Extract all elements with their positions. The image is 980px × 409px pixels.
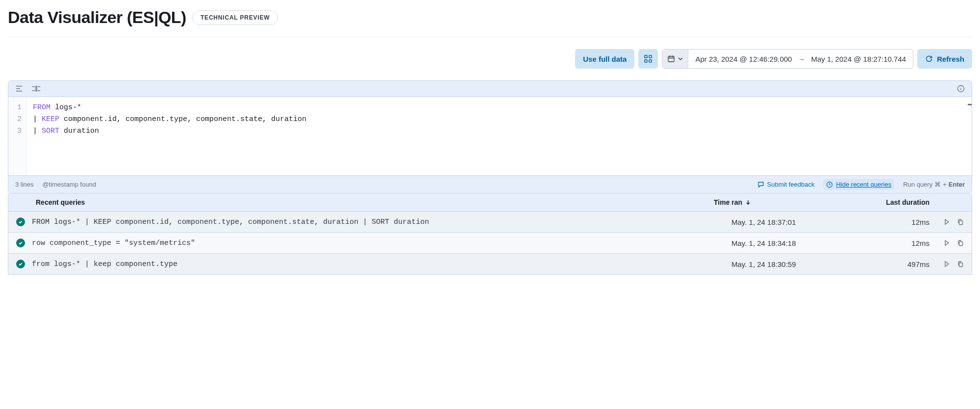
query-text: from logs-* | keep component.type <box>32 260 725 268</box>
recent-queries: Recent queries Time ran Last duration FR… <box>8 193 972 275</box>
word-wrap-icon[interactable] <box>32 85 41 92</box>
hide-recent-queries-link[interactable]: Hide recent queries <box>823 179 894 190</box>
toolbar: Use full data Apr 23, 2024 @ 12:46:29.00… <box>8 49 972 69</box>
svg-rect-8 <box>959 242 963 246</box>
run-icon[interactable] <box>943 261 950 267</box>
line-gutter: 1 2 3 <box>8 97 27 175</box>
info-icon[interactable] <box>957 85 965 93</box>
svg-rect-1 <box>649 55 652 58</box>
sort-down-icon <box>745 199 751 205</box>
copy-icon[interactable] <box>957 261 964 267</box>
clock-icon <box>826 181 833 188</box>
expand-icon[interactable] <box>15 85 23 92</box>
date-range-picker: Apr 23, 2024 @ 12:46:29.000 → May 1, 202… <box>662 49 913 69</box>
col-time-ran[interactable]: Time ran <box>714 198 861 206</box>
query-duration: 12ms <box>885 239 930 247</box>
success-icon <box>16 260 25 268</box>
query-row[interactable]: FROM logs-* | KEEP component.id, compone… <box>8 212 972 233</box>
use-full-data-button[interactable]: Use full data <box>575 49 634 69</box>
timestamp-status: @timestamp found <box>43 181 96 188</box>
chevron-down-icon <box>678 56 683 61</box>
query-text: row component_type = "system/metrics" <box>32 239 725 247</box>
col-last-duration: Last duration <box>861 198 964 206</box>
query-row[interactable]: row component_type = "system/metrics"May… <box>8 233 972 254</box>
calendar-icon <box>667 55 675 63</box>
svg-rect-0 <box>645 55 647 58</box>
code-area[interactable]: FROM logs-* | KEEP component.id, compone… <box>27 97 972 175</box>
success-icon <box>16 239 25 247</box>
svg-rect-9 <box>959 263 963 267</box>
page-title: Data Visualizer (ES|QL) <box>8 8 186 27</box>
page-header: Data Visualizer (ES|QL) TECHNICAL PREVIE… <box>8 8 972 37</box>
scrollbar-thumb[interactable] <box>968 104 972 105</box>
query-time: May. 1, 24 18:34:18 <box>731 239 879 247</box>
date-to: May 1, 2024 @ 18:27:10.744 <box>811 55 906 63</box>
run-icon[interactable] <box>943 218 950 225</box>
editor-body[interactable]: 1 2 3 FROM logs-* | KEEP component.id, c… <box>8 97 972 175</box>
stats-icon <box>644 55 652 63</box>
calendar-button[interactable] <box>662 49 688 68</box>
date-from: Apr 23, 2024 @ 12:46:29.000 <box>695 55 792 63</box>
svg-rect-3 <box>649 60 652 62</box>
col-recent-queries: Recent queries <box>36 198 714 206</box>
arrow-right-icon: → <box>798 55 805 63</box>
refresh-icon <box>925 55 933 63</box>
preview-badge: TECHNICAL PREVIEW <box>192 10 278 25</box>
svg-rect-2 <box>645 60 647 62</box>
chat-icon <box>757 181 764 188</box>
field-stats-button[interactable] <box>638 49 658 69</box>
copy-icon[interactable] <box>957 218 964 225</box>
submit-feedback-link[interactable]: Submit feedback <box>757 181 815 188</box>
refresh-button[interactable]: Refresh <box>917 49 972 69</box>
query-text: FROM logs-* | KEEP component.id, compone… <box>32 218 725 226</box>
editor-toolbar <box>8 81 972 97</box>
query-editor: 1 2 3 FROM logs-* | KEEP component.id, c… <box>8 80 972 193</box>
copy-icon[interactable] <box>957 240 964 246</box>
query-time: May. 1, 24 18:37:01 <box>731 218 879 226</box>
recent-queries-header: Recent queries Time ran Last duration <box>8 193 972 212</box>
run-query-hint: Run query ⌘ + Enter <box>903 181 965 188</box>
query-duration: 497ms <box>885 260 930 268</box>
editor-status-bar: 3 lines @timestamp found Submit feedback… <box>8 175 972 193</box>
run-icon[interactable] <box>943 240 950 246</box>
query-time: May. 1, 24 18:30:59 <box>731 260 879 268</box>
query-row[interactable]: from logs-* | keep component.typeMay. 1,… <box>8 254 972 275</box>
success-icon <box>16 217 25 226</box>
date-range-display[interactable]: Apr 23, 2024 @ 12:46:29.000 → May 1, 202… <box>688 55 913 63</box>
svg-rect-4 <box>668 56 674 62</box>
svg-rect-7 <box>959 221 963 225</box>
query-duration: 12ms <box>885 218 930 226</box>
line-count: 3 lines <box>15 181 34 188</box>
